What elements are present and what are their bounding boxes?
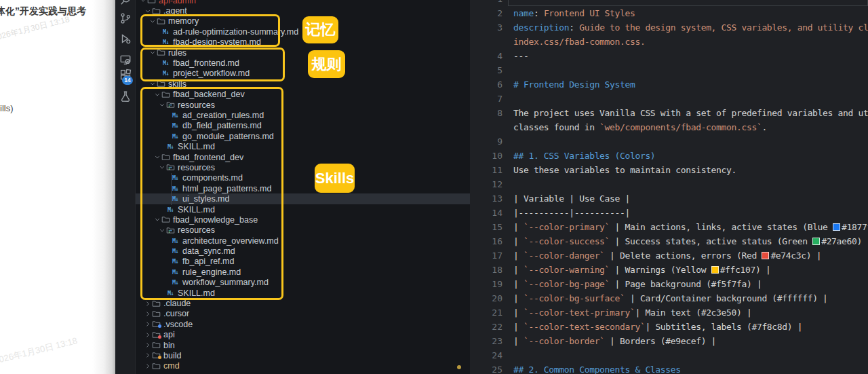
chevron-down-icon[interactable]	[144, 7, 151, 15]
source-control-icon[interactable]	[119, 12, 132, 24]
tree-item-data_sync.md[interactable]: M↓data_sync.md	[136, 246, 470, 256]
line-number: 13	[470, 191, 502, 206]
background-text-fragment: ills)	[0, 103, 14, 113]
search-icon[interactable]	[119, 0, 132, 6]
tree-item-api[interactable]: api	[136, 330, 470, 340]
tree-item-label: ui_styles.md	[182, 194, 229, 204]
tree-item-fbad_frontend.md[interactable]: M↓fbad_frontend.md	[136, 58, 470, 68]
tree-item-ad-rule-optimization-summary.md[interactable]: M↓ad-rule-optimization-summary.md	[136, 26, 470, 37]
tree-item-label: data_sync.md	[182, 246, 235, 256]
tree-item-.agent[interactable]: .agent	[136, 5, 470, 16]
color-swatch[interactable]	[711, 266, 719, 274]
line-number: 20	[470, 291, 502, 305]
chevron-right-icon[interactable]	[144, 352, 151, 359]
tree-item-project_workflow.md[interactable]: M↓project_workflow.md	[136, 69, 470, 79]
tree-item-fb_api_ref.md[interactable]: M↓fb_api_ref.md	[136, 257, 470, 267]
file-tree: api-admin.agentmemoryM↓ad-rule-optimizat…	[136, 0, 470, 371]
tree-item-workflow_summary.md[interactable]: M↓workflow_summary.md	[136, 278, 470, 288]
chevron-right-icon[interactable]	[144, 300, 151, 307]
tree-item-fbad_frontend_dev[interactable]: fbad_frontend_dev	[136, 152, 470, 162]
tree-item-ad_creation_rules.md[interactable]: M↓ad_creation_rules.md	[136, 110, 470, 120]
chevron-right-icon[interactable]	[144, 341, 151, 349]
tree-item-html_page_patterns.md[interactable]: M↓html_page_patterns.md	[136, 183, 470, 193]
run-debug-icon[interactable]	[119, 33, 132, 45]
folder-icon	[161, 153, 171, 162]
tree-item-build[interactable]: build	[136, 350, 470, 360]
code-line-18: 18| `--color-warning` | Warnings (Yellow…	[470, 263, 868, 277]
chevron-right-icon[interactable]	[144, 362, 151, 370]
tree-item-.claude[interactable]: .claude	[136, 298, 470, 308]
tree-item-go_module_patterns.md[interactable]: M↓go_module_patterns.md	[136, 131, 470, 141]
code-line-6: 6# Frontend Design System	[470, 77, 868, 92]
tree-item-resources[interactable]: resources	[136, 225, 470, 236]
tree-item-bin[interactable]: bin	[136, 340, 470, 350]
tree-item-rules[interactable]: rules	[136, 48, 470, 58]
markdown-file-icon: M↓	[170, 133, 180, 140]
code-line-7: 7	[470, 92, 868, 106]
line-content: | `--color-primary` | Main actions, link…	[513, 220, 868, 234]
vscode-window: 14 api-admin.agentmemoryM↓ad-rule-optimi…	[115, 0, 868, 374]
chevron-right-icon[interactable]	[144, 310, 151, 318]
chevron-down-icon[interactable]	[159, 101, 165, 109]
line-content: | `--color-text-primary`| Main text (#2c…	[513, 305, 868, 320]
chevron-down-icon[interactable]	[154, 216, 161, 223]
tree-item-rule_engine.md[interactable]: M↓rule_engine.md	[136, 267, 470, 277]
activity-bar: 14	[115, 0, 136, 374]
chevron-down-icon[interactable]	[149, 80, 156, 88]
tree-item-resources[interactable]: resources	[136, 162, 470, 172]
tree-item-components.md[interactable]: M↓components.md	[136, 173, 470, 183]
chevron-down-icon[interactable]	[154, 91, 161, 98]
tree-item-ui_styles.md[interactable]: M↓ui_styles.md	[136, 193, 470, 204]
line-number: 15	[470, 220, 502, 234]
line-number: 7	[470, 92, 502, 106]
tree-item-skills[interactable]: skills	[136, 79, 470, 89]
tree-item-SKILL.md[interactable]: M↓SKILL.md	[136, 204, 470, 214]
tree-item-label: fbad_frontend_dev	[173, 153, 243, 162]
line-number: 19	[470, 277, 502, 291]
code-line-11: 11Use these variables to maintain consis…	[470, 163, 868, 177]
tree-item-fbad-design-system.md[interactable]: M↓fbad-design-system.md	[136, 37, 470, 48]
folder-icon	[156, 79, 166, 88]
chevron-down-icon[interactable]	[149, 18, 156, 25]
chevron-down-icon[interactable]	[149, 49, 156, 56]
line-content: |----------|----------|	[513, 206, 868, 220]
markdown-file-icon: M↓	[165, 290, 176, 297]
chevron-down-icon[interactable]	[159, 227, 165, 234]
tree-item-label: .vscode	[163, 320, 193, 329]
line-content: name: Frontend UI Styles	[513, 6, 868, 20]
tree-item-architecture_overview.md[interactable]: M↓architecture_overview.md	[136, 236, 470, 246]
chevron-down-icon[interactable]	[159, 164, 165, 171]
color-swatch[interactable]	[762, 252, 769, 259]
chevron-right-icon[interactable]	[144, 331, 151, 339]
tree-item-api-admin[interactable]: api-admin	[136, 0, 470, 5]
tree-item-label: fbad-design-system.md	[173, 37, 261, 47]
tree-item-memory[interactable]: memory	[136, 16, 470, 26]
tree-item-.vscode[interactable]: .vscode	[136, 319, 470, 329]
tree-item-label: fb_api_ref.md	[182, 257, 234, 266]
chevron-down-icon[interactable]	[140, 0, 146, 4]
tree-item-SKILL.md[interactable]: M↓SKILL.md	[136, 288, 470, 298]
markdown-file-icon: M↓	[170, 112, 180, 119]
tree-item-label: project_workflow.md	[173, 69, 250, 78]
testing-icon[interactable]	[119, 90, 132, 102]
chevron-down-icon[interactable]	[154, 153, 161, 161]
remote-explorer-icon[interactable]	[119, 54, 132, 66]
color-swatch[interactable]	[833, 223, 840, 231]
line-number: 22	[470, 320, 502, 334]
folder-accent-dot	[158, 335, 161, 339]
tree-item-SKILL.md[interactable]: M↓SKILL.md	[136, 141, 470, 151]
color-swatch[interactable]	[812, 238, 820, 245]
editor-pane[interactable]: 12name: Frontend UI Styles3description: …	[470, 0, 868, 374]
code-line-14: 14|----------|----------|	[470, 206, 868, 220]
tree-item-cmd[interactable]: cmd	[136, 361, 470, 371]
tree-item-fbad_knowledge_base[interactable]: fbad_knowledge_base	[136, 214, 470, 225]
tree-item-label: SKILL.md	[178, 142, 215, 151]
tree-item-.cursor[interactable]: .cursor	[136, 309, 470, 319]
folder-icon	[151, 310, 161, 318]
folder-icon	[151, 320, 161, 329]
tree-item-fbad_backend_dev[interactable]: fbad_backend_dev	[136, 90, 470, 100]
tree-item-label: go_module_patterns.md	[182, 132, 274, 141]
tree-item-resources[interactable]: resources	[136, 100, 470, 110]
chevron-right-icon[interactable]	[144, 320, 151, 328]
tree-item-db_field_patterns.md[interactable]: M↓db_field_patterns.md	[136, 121, 470, 131]
